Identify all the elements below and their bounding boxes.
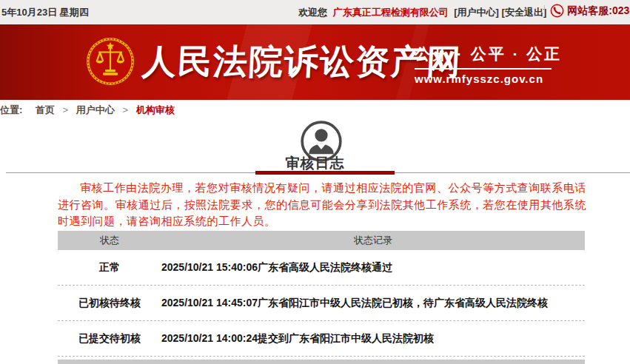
top-utility-bar: 5年10月23日 星期四 欢迎您 广东真正工程检测有限公司 [用户中心] [安全… <box>0 0 630 24</box>
table-header-row: 状态 状态记录 <box>58 231 585 250</box>
table-row: 已初核待终核 2025/10/21 14:45:07广东省阳江市中级人民法院已初… <box>58 286 585 321</box>
breadcrumb-user-center-link[interactable]: 用户中心 <box>76 104 115 115</box>
hotline-area: 网站客服:023- <box>544 4 630 18</box>
breadcrumb-separator: > <box>122 104 128 115</box>
phone-icon <box>550 4 564 18</box>
logout-link[interactable]: [安全退出] <box>502 7 547 18</box>
breadcrumb-home-link[interactable]: 首页 <box>36 104 55 115</box>
welcome-prefix: 欢迎您 <box>298 7 327 18</box>
site-banner: 人民法院诉讼资产网 公开 · 公平 · 公正 www.rmfysszc.gov.… <box>0 24 630 100</box>
current-date: 5年10月23日 星期四 <box>1 6 89 19</box>
record-cell: 2025/10/21 14:45:07广东省阳江市中级人民法院已初核，待广东省高… <box>161 297 585 310</box>
table-row: 已提交待初核 2025/10/21 14:00:24提交到广东省阳江市中级人民法… <box>58 321 585 357</box>
status-cell: 已提交待初核 <box>58 332 161 346</box>
table-footer-bar <box>58 360 585 364</box>
status-cell: 已初核待终核 <box>58 297 161 310</box>
user-center-link[interactable]: [用户中心] <box>454 7 499 18</box>
table-row: 正常 2025/10/21 15:40:06广东省高级人民法院终核通过 <box>58 250 585 286</box>
column-header-status: 状态 <box>58 234 161 247</box>
breadcrumb-label: 位置: <box>0 104 22 115</box>
banner-slogan-block: 公开 · 公平 · 公正 www.rmfysszc.gov.cn <box>415 44 552 85</box>
status-cell: 正常 <box>58 261 161 274</box>
record-cell: 2025/10/21 14:00:24提交到广东省阳江市中级人民法院初核 <box>161 332 585 346</box>
welcome-area: 欢迎您 广东真正工程检测有限公司 [用户中心] [安全退出] <box>298 6 546 19</box>
breadcrumb-current-page: 机构审核 <box>136 104 175 115</box>
record-cell: 2025/10/21 15:40:06广东省高级人民法院终核通过 <box>161 261 585 274</box>
site-url: www.rmfysszc.gov.cn <box>415 70 552 85</box>
hotline-number: 网站客服:023- <box>567 4 630 18</box>
column-header-record: 状态记录 <box>161 234 585 247</box>
company-name-link[interactable]: 广东真正工程检测有限公司 <box>333 7 449 18</box>
page: 5年10月23日 星期四 欢迎您 广东真正工程检测有限公司 [用户中心] [安全… <box>0 0 630 364</box>
breadcrumb-separator: > <box>63 104 69 115</box>
slogan-text: 公开 · 公平 · 公正 <box>415 44 552 70</box>
title-divider-accent <box>255 171 395 175</box>
breadcrumb: 位置: 首页 > 用户中心 > 机构审核 <box>0 100 630 120</box>
audit-notice-text: 审核工作由法院办理，若您对审核情况有疑问，请通过相应法院的官网、公众号等方式查询… <box>58 180 586 230</box>
audit-log-table: 状态 状态记录 正常 2025/10/21 15:40:06广东省高级人民法院终… <box>58 231 585 364</box>
court-emblem-logo <box>86 37 135 86</box>
